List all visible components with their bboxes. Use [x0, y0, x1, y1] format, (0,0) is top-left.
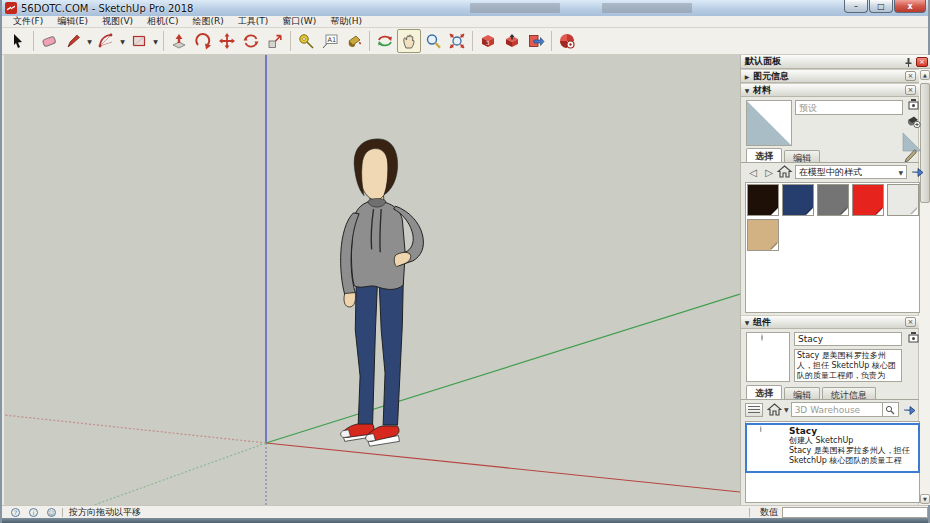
rectangle-tool-button[interactable]: [127, 29, 151, 53]
rectangle-tool-dropdown[interactable]: ▼: [151, 29, 160, 53]
material-swatch-gray[interactable]: [817, 184, 849, 216]
layout-page-icon: [527, 32, 545, 50]
entity-info-close-button[interactable]: ×: [905, 71, 916, 81]
components-section-header[interactable]: ▼ 组件 ×: [741, 315, 919, 329]
menu-bar: 文件(F) 编辑(E) 视图(V) 相机(C) 绘图(R) 工具(T) 窗口(W…: [2, 16, 928, 28]
menu-draw[interactable]: 绘图(R): [185, 15, 230, 28]
forward-arrow-button[interactable]: ▷: [761, 165, 777, 179]
view-options-button[interactable]: [745, 403, 763, 417]
svg-text:A1: A1: [328, 36, 337, 44]
menu-help[interactable]: 帮助(H): [323, 15, 369, 28]
tray-header[interactable]: 默认面板 ×: [741, 55, 930, 69]
components-close-button[interactable]: ×: [905, 317, 916, 327]
tray-title: 默认面板: [741, 55, 904, 68]
status-hint: 按方向拖动以平移: [69, 506, 141, 519]
material-swatch-navy-blue[interactable]: [782, 184, 814, 216]
menu-file[interactable]: 文件(F): [6, 15, 50, 28]
materials-tab-select[interactable]: 选择: [746, 148, 782, 162]
materials-close-button[interactable]: ×: [905, 85, 916, 95]
materials-tab-edit[interactable]: 编辑: [784, 150, 820, 162]
zoom-tool-button[interactable]: [421, 29, 445, 53]
material-swatch-dark-brown[interactable]: [747, 184, 779, 216]
maximize-button[interactable]: □: [869, 0, 893, 13]
create-material-icon[interactable]: [905, 113, 921, 129]
sketchup-window: 56DOTC.COM - SketchUp Pro 2018 – □ x 文件(…: [0, 0, 930, 523]
background-window-artifact: [602, 3, 692, 13]
tape-measure-tool-button[interactable]: [294, 29, 318, 53]
eraser-icon: [40, 32, 58, 50]
menu-camera[interactable]: 相机(C): [140, 15, 185, 28]
components-tab-select[interactable]: 选择: [746, 385, 782, 399]
chevron-down-icon: ▼: [898, 169, 903, 176]
materials-collection-dropdown[interactable]: 在模型中的样式 ▼: [795, 165, 907, 179]
window-title: 56DOTC.COM - SketchUp Pro 2018: [21, 3, 193, 14]
warehouse-cube-icon: 3: [479, 32, 497, 50]
components-tab-statistics[interactable]: 统计信息: [822, 387, 876, 399]
component-item-creator: 创建人 SketchUp: [789, 436, 916, 446]
push-pull-tool-button[interactable]: [167, 29, 191, 53]
material-name-input[interactable]: [795, 100, 903, 115]
default-material-thumbnail: [747, 101, 791, 145]
send-to-layout-button[interactable]: [524, 29, 548, 53]
orbit-tool-button[interactable]: [373, 29, 397, 53]
move-tool-button[interactable]: [215, 29, 239, 53]
3d-warehouse-search-input[interactable]: [791, 402, 883, 417]
menu-window[interactable]: 窗口(W): [275, 15, 323, 28]
details-arrow-icon[interactable]: [910, 165, 925, 179]
home-icon[interactable]: [767, 403, 782, 416]
scroll-up-arrow[interactable]: ▲: [920, 70, 930, 80]
info-circle-icon[interactable]: i: [29, 508, 38, 517]
components-tab-edit[interactable]: 编辑: [784, 387, 820, 399]
arc-tool-dropdown[interactable]: ▼: [118, 29, 127, 53]
green-axis: [266, 294, 740, 443]
stacy-component[interactable]: [341, 139, 424, 446]
select-arrow-icon: [9, 32, 27, 50]
status-bar: ? i ☺ 按方向拖动以平移 数值: [2, 505, 928, 518]
select-tool-button[interactable]: [6, 29, 30, 53]
entity-info-section-header[interactable]: ▶ 图元信息 ×: [741, 69, 919, 83]
scale-tool-button[interactable]: [263, 29, 287, 53]
extension-warehouse-button[interactable]: [555, 29, 579, 53]
chevron-down-icon[interactable]: ▼: [784, 406, 789, 413]
pan-hand-icon: [400, 32, 418, 50]
material-swatch-tan[interactable]: [747, 219, 779, 251]
scroll-down-arrow[interactable]: ▼: [920, 494, 930, 504]
line-tool-button[interactable]: [61, 29, 85, 53]
home-icon[interactable]: [777, 165, 793, 179]
zoom-extents-tool-button[interactable]: [445, 29, 469, 53]
follow-me-tool-button[interactable]: [191, 29, 215, 53]
pan-tool-button[interactable]: [397, 29, 421, 53]
component-list-item-selected[interactable]: Stacy 创建人 SketchUp Stacy 是美国科罗拉多州人，担任 Sk…: [745, 423, 920, 473]
display-secondary-pane-icon[interactable]: [907, 331, 920, 344]
eyedropper-icon[interactable]: [903, 149, 917, 163]
measurement-input[interactable]: [782, 507, 928, 518]
component-name-input[interactable]: [794, 332, 902, 346]
paint-bucket-tool-button[interactable]: [342, 29, 366, 53]
share-model-button[interactable]: [500, 29, 524, 53]
extension-warehouse-icon: [558, 32, 576, 50]
details-arrow-icon[interactable]: [902, 403, 917, 417]
back-arrow-button[interactable]: ◁: [745, 165, 761, 179]
eraser-tool-button[interactable]: [37, 29, 61, 53]
model-viewport[interactable]: [4, 55, 740, 505]
close-button[interactable]: x: [894, 0, 926, 13]
search-button[interactable]: [883, 402, 899, 417]
minimize-button[interactable]: –: [844, 0, 868, 13]
get-models-button[interactable]: 3: [476, 29, 500, 53]
tape-measure-icon: [297, 32, 315, 50]
menu-tools[interactable]: 工具(T): [231, 15, 276, 28]
help-circle-icon[interactable]: ?: [11, 508, 20, 517]
menu-view[interactable]: 视图(V): [95, 15, 140, 28]
tray-close-button[interactable]: ×: [916, 57, 928, 67]
text-tool-button[interactable]: A1: [318, 29, 342, 53]
rotate-tool-button[interactable]: [239, 29, 263, 53]
materials-section-header[interactable]: ▼ 材料 ×: [741, 83, 919, 97]
menu-edit[interactable]: 编辑(E): [50, 15, 95, 28]
pin-icon[interactable]: [904, 57, 913, 67]
material-swatch-light-gray[interactable]: [887, 184, 919, 216]
line-tool-dropdown[interactable]: ▼: [85, 29, 94, 53]
user-circle-icon[interactable]: ☺: [47, 508, 56, 517]
material-swatch-red[interactable]: [852, 184, 884, 216]
display-secondary-pane-icon[interactable]: [907, 98, 920, 111]
arc-tool-button[interactable]: [94, 29, 118, 53]
